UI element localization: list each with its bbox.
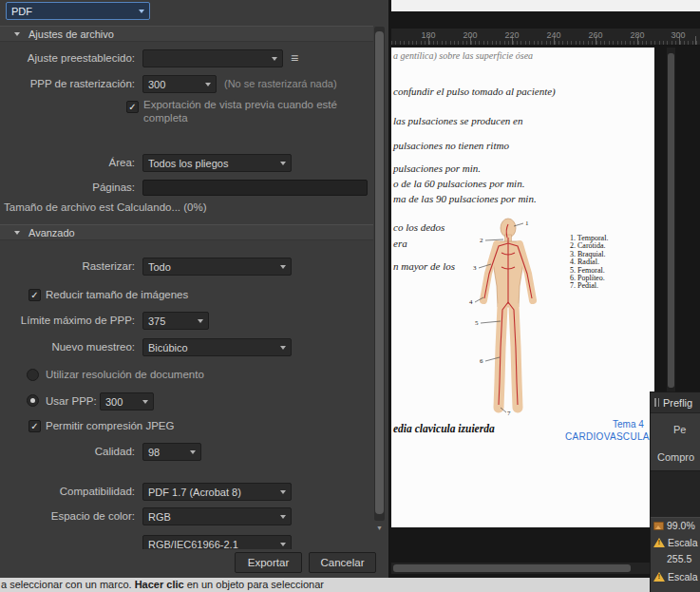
scroll-down-arrow-icon[interactable]: ▼ [374, 523, 385, 534]
legend-item: 7. Pedial. [570, 282, 608, 290]
preflight-title: Preflig [663, 397, 692, 409]
check-icon: ✓ [128, 102, 136, 112]
figure-number: 6 [480, 357, 483, 365]
preflight-item-text: Escala [668, 571, 698, 582]
raster-ppp-note: (No se rasterizará nada) [224, 78, 337, 89]
section-header-file-settings[interactable]: Ajustes de archivo [0, 26, 373, 42]
preset-dropdown[interactable] [142, 49, 283, 67]
anatomy-figure: 1 2 3 4 5 6 7 [454, 215, 568, 426]
resample-dropdown[interactable]: Bicúbico [142, 338, 292, 356]
preflight-item-text: Escala [668, 537, 698, 548]
export-button[interactable]: Exportar [235, 552, 302, 573]
preset-label: Ajuste preestablecido: [0, 52, 135, 64]
figure-number: 4 [469, 298, 473, 306]
page-text-line: las pulsaciones se producen en [393, 115, 522, 126]
page[interactable]: a gentílica) sobre las superficie ósea c… [391, 48, 654, 527]
horizontal-scrollbar[interactable] [391, 563, 654, 574]
dpi-limit-dropdown[interactable]: 375 [142, 312, 209, 330]
ruler-tick-label: 220 [504, 30, 519, 40]
pages-label: Páginas: [0, 181, 135, 193]
figure-number: 3 [473, 264, 477, 272]
chevron-down-icon [280, 162, 286, 165]
colorspace-dropdown[interactable]: RGB [142, 507, 292, 525]
page-text-line: confundir el pulso tomado al paciente) [393, 86, 556, 97]
tema-label: Tema 4 [613, 419, 644, 430]
ruler-tick-label: 260 [588, 30, 602, 40]
ruler-tick-label: 200 [463, 30, 477, 40]
area-dropdown[interactable]: Todos los pliegos [142, 154, 292, 172]
pasteboard-page-edge [391, 0, 700, 11]
chevron-down-icon [190, 450, 196, 454]
preflight-item-text: 99.0% [667, 520, 695, 531]
chevron-down-icon [139, 10, 144, 13]
status-text-bold: Hacer clic [135, 579, 184, 590]
ruler-tick-label: 280 [630, 30, 644, 40]
format-select[interactable]: PDF [6, 2, 150, 20]
figure-number: 5 [475, 319, 479, 327]
preflight-item[interactable]: Escala [651, 537, 700, 548]
resample-label: Nuevo muestreo: [0, 341, 135, 353]
preflight-item[interactable]: 255.5 [651, 553, 700, 564]
horizontal-ruler[interactable]: 180 200 220 240 260 280 300 [391, 29, 700, 46]
colorspace-value: RGB [148, 511, 276, 523]
preview-complete-checkbox[interactable]: ✓ [126, 101, 139, 113]
chevron-down-icon [280, 346, 286, 350]
dpi-limit-label: Límite máximo de PPP: [0, 315, 135, 326]
preflight-item[interactable]: 99.0% [651, 520, 700, 531]
chevron-down-icon [280, 515, 286, 519]
vertical-scrollbar-thumb[interactable] [668, 53, 674, 388]
preflight-item[interactable]: Escala [651, 571, 700, 582]
page-text-line: o de la 60 pulsaciones por min. [393, 178, 524, 189]
compatibility-dropdown[interactable]: PDF 1.7 (Acrobat 8) [142, 483, 292, 501]
figure-number: 2 [480, 237, 483, 244]
image-resolution-icon [653, 522, 664, 530]
cancel-button[interactable]: Cancelar [309, 552, 376, 573]
resample-value: Bicúbico [148, 342, 276, 353]
page-caption: edia clavicula izuierda [393, 423, 495, 434]
document-canvas[interactable]: 180 200 220 240 260 280 300 a gentílica)… [390, 0, 700, 592]
page-text-line: era [393, 238, 407, 249]
reduce-images-checkbox[interactable]: ✓ [28, 289, 41, 301]
preset-menu-icon[interactable]: ≡ [291, 52, 298, 65]
page-text-line: pulsaciones no tienen ritmo [393, 140, 509, 151]
format-select-value: PDF [11, 6, 135, 17]
doc-resolution-label: Utilizar resolución de documento [46, 369, 204, 380]
quality-value: 98 [148, 447, 186, 458]
tema-title: CARDIOVASCULAR [565, 431, 656, 442]
quality-dropdown[interactable]: 98 [142, 443, 201, 461]
quality-label: Calidad: [0, 446, 135, 457]
preflight-panel-header[interactable]: Preflig [651, 392, 700, 413]
panel-grip-icon[interactable] [654, 398, 659, 407]
icc-profile-value: RGB/IEC61966-2.1 [148, 539, 276, 550]
preview-complete-label: Exportación de vista previa cuando esté … [143, 99, 360, 124]
page-text-line: a gentílica) sobre las superficie ósea [393, 50, 533, 61]
filesize-status: Tamaño de archivo est Calculando... (0%) [4, 201, 207, 213]
jpeg-compression-checkbox[interactable]: ✓ [28, 420, 41, 432]
ruler-tick-label: 240 [546, 30, 560, 40]
use-ppp-radio[interactable] [27, 394, 39, 407]
pdf-export-dialog: PDF Ajustes de archivo Ajuste preestable… [0, 0, 389, 578]
chevron-down-icon [142, 400, 148, 404]
status-text: a seleccionar con un marco. [1, 579, 135, 590]
doc-resolution-radio[interactable] [27, 369, 39, 381]
section-title: Avanzado [28, 227, 75, 239]
section-header-advanced[interactable]: Avanzado [0, 224, 373, 240]
use-ppp-label: Usar PPP: [46, 395, 97, 407]
chevron-down-icon [280, 543, 286, 546]
preflight-item-text: 255.5 [667, 553, 691, 564]
use-ppp-dropdown[interactable]: 300 [100, 392, 154, 411]
rasterize-dropdown[interactable]: Todo [142, 258, 292, 276]
check-icon: ✓ [30, 290, 38, 300]
collapse-chevron-icon [14, 231, 20, 235]
pages-input[interactable] [142, 180, 368, 196]
raster-ppp-dropdown[interactable]: 300 [142, 75, 217, 93]
figure-legend: 1. Temporal. 2. Carótida. 3. Braquial. 4… [570, 235, 608, 291]
horizontal-scrollbar-thumb[interactable] [393, 564, 631, 572]
chevron-down-icon [198, 319, 203, 323]
icc-profile-dropdown[interactable]: RGB/IEC61966-2.1 [142, 535, 292, 549]
collapse-chevron-icon [14, 32, 20, 36]
check-icon: ✓ [30, 421, 38, 431]
chevron-down-icon [272, 57, 277, 61]
dialog-scrollbar-thumb[interactable] [375, 31, 384, 514]
ruler-tick-label: 300 [671, 30, 685, 40]
